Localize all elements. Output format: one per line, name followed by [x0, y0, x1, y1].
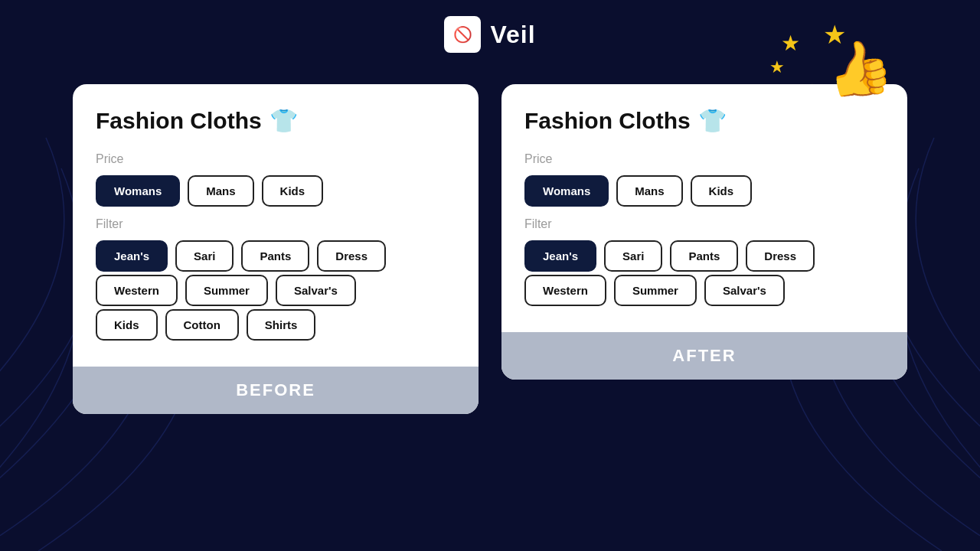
after-card: Fashion Cloths 👕 Price Womans Mans Kids … [501, 84, 907, 380]
after-filter-group: Filter Jean's Sari Pants Dress Western S… [524, 217, 884, 306]
after-filter-label: Filter [524, 217, 884, 231]
after-price-buttons: Womans Mans Kids [524, 175, 884, 207]
logo-text: Veil [490, 21, 535, 49]
before-card-title: Fashion Cloths 👕 [96, 107, 456, 134]
after-price-womans[interactable]: Womans [524, 175, 609, 207]
before-filter-salvars[interactable]: Salvar's [276, 275, 356, 306]
eye-slash-icon: 🚫 [453, 25, 472, 44]
before-filter-kids[interactable]: Kids [96, 309, 158, 341]
logo-icon-box: 🚫 [444, 16, 481, 53]
after-filter-sari[interactable]: Sari [604, 240, 662, 272]
after-filter-row1: Jean's Sari Pants Dress [524, 240, 884, 272]
before-filter-pants[interactable]: Pants [241, 240, 309, 272]
before-filter-row1: Jean's Sari Pants Dress [96, 240, 456, 272]
before-price-label: Price [96, 152, 456, 166]
before-filter-group: Filter Jean's Sari Pants Dress Western S… [96, 217, 456, 341]
before-filter-sari[interactable]: Sari [175, 240, 234, 272]
star-icon-3: ★ [769, 57, 785, 77]
after-filter-dress[interactable]: Dress [746, 240, 815, 272]
after-card-body: Fashion Cloths 👕 Price Womans Mans Kids … [501, 84, 907, 332]
before-card-body: Fashion Cloths 👕 Price Womans Mans Kids … [73, 84, 479, 367]
before-filter-cotton[interactable]: Cotton [165, 309, 239, 341]
star-icon-1: ★ [781, 31, 800, 56]
thumbs-up-icon: 👍 [822, 37, 897, 101]
after-filter-pants[interactable]: Pants [670, 240, 738, 272]
before-filter-shirts[interactable]: Shirts [247, 309, 316, 341]
after-card-title: Fashion Cloths 👕 [524, 107, 884, 134]
after-filter-row2: Western Summer Salvar's [524, 275, 884, 306]
logo: 🚫 Veil [444, 16, 535, 53]
before-filter-label: Filter [96, 217, 456, 231]
before-card-footer: BEFORE [73, 367, 479, 414]
before-price-buttons: Womans Mans Kids [96, 175, 456, 207]
after-footer-label: AFTER [672, 346, 736, 365]
before-filter-row3: Kids Cotton Shirts [96, 309, 456, 341]
before-price-womans[interactable]: Womans [96, 175, 180, 207]
after-filter-salvars[interactable]: Salvar's [704, 275, 785, 306]
before-filter-dress[interactable]: Dress [317, 240, 386, 272]
main-content: Fashion Cloths 👕 Price Womans Mans Kids … [0, 84, 980, 551]
before-price-mans[interactable]: Mans [188, 175, 253, 207]
before-card: Fashion Cloths 👕 Price Womans Mans Kids … [73, 84, 479, 414]
after-filter-jeans[interactable]: Jean's [524, 240, 596, 272]
shirt-emoji-after: 👕 [698, 107, 727, 134]
before-price-group: Price Womans Mans Kids [96, 152, 456, 207]
after-price-label: Price [524, 152, 884, 166]
before-filter-summer[interactable]: Summer [185, 275, 268, 306]
after-filter-summer[interactable]: Summer [614, 275, 697, 306]
before-footer-label: BEFORE [236, 380, 315, 399]
before-price-kids[interactable]: Kids [262, 175, 324, 207]
before-filter-jeans[interactable]: Jean's [96, 240, 168, 272]
before-filter-row2: Western Summer Salvar's [96, 275, 456, 306]
after-price-mans[interactable]: Mans [616, 175, 682, 207]
after-price-group: Price Womans Mans Kids [524, 152, 884, 207]
after-filter-western[interactable]: Western [524, 275, 606, 306]
shirt-emoji-before: 👕 [270, 107, 298, 134]
before-filter-western[interactable]: Western [96, 275, 178, 306]
after-card-footer: AFTER [501, 332, 907, 380]
after-price-kids[interactable]: Kids [691, 175, 753, 207]
